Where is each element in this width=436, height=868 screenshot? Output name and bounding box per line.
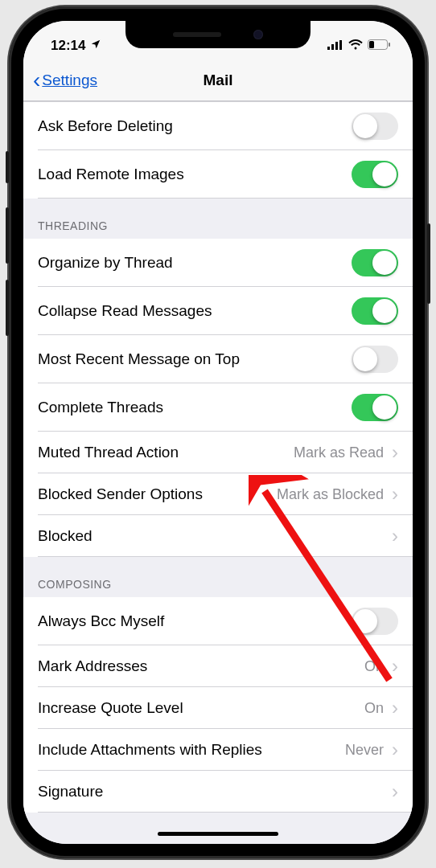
chevron-right-icon: ›	[392, 485, 398, 504]
nav-bar: ‹ Settings Mail	[23, 59, 413, 101]
cellular-icon	[327, 38, 343, 54]
row-label: Blocked	[38, 527, 389, 545]
toggle-always-bcc-myself[interactable]	[352, 608, 398, 635]
row-blocked[interactable]: Blocked›	[23, 515, 413, 557]
row-increase-quote-level[interactable]: Increase Quote LevelOn›	[23, 687, 413, 729]
svg-rect-5	[369, 41, 374, 48]
row-label: Signature	[38, 783, 389, 800]
chevron-right-icon: ›	[392, 782, 398, 801]
toggle-complete-threads[interactable]	[352, 394, 398, 421]
row-label: Increase Quote Level	[38, 699, 364, 717]
row-load-remote-images[interactable]: Load Remote Images	[23, 150, 413, 199]
chevron-right-icon: ›	[392, 526, 398, 546]
row-always-bcc-myself[interactable]: Always Bcc Myself	[23, 597, 413, 645]
chevron-left-icon: ‹	[33, 69, 40, 92]
row-label: Most Recent Message on Top	[38, 350, 352, 368]
home-indicator[interactable]	[158, 832, 278, 836]
toggle-most-recent-on-top[interactable]	[352, 346, 398, 373]
chevron-right-icon: ›	[392, 657, 398, 676]
volume-down-button	[6, 280, 9, 336]
group-header: COMPOSING	[23, 557, 413, 597]
row-label: Include Attachments with Replies	[38, 741, 345, 759]
row-blocked-sender-options[interactable]: Blocked Sender OptionsMark as Blocked›	[23, 473, 413, 515]
settings-content[interactable]: Ask Before DeletingLoad Remote ImagesTHR…	[23, 101, 413, 844]
row-muted-thread-action[interactable]: Muted Thread ActionMark as Read›	[23, 432, 413, 473]
row-include-attachments[interactable]: Include Attachments with RepliesNever›	[23, 729, 413, 771]
row-label: Muted Thread Action	[38, 444, 294, 461]
row-label: Complete Threads	[38, 399, 352, 416]
battery-icon	[368, 38, 390, 54]
row-detail: Mark as Read	[294, 444, 384, 461]
back-button[interactable]: ‹ Settings	[33, 69, 97, 92]
location-icon	[90, 38, 101, 54]
svg-rect-6	[389, 43, 390, 47]
notch	[125, 21, 311, 48]
svg-rect-0	[327, 47, 330, 50]
toggle-organize-by-thread[interactable]	[352, 249, 398, 276]
toggle-load-remote-images[interactable]	[352, 161, 398, 188]
svg-rect-2	[335, 42, 338, 50]
screen: 12:14 ‹ Settings	[23, 21, 413, 844]
row-label: Blocked Sender Options	[38, 485, 277, 503]
toggle-collapse-read-messages[interactable]	[352, 297, 398, 325]
phone-frame: 12:14 ‹ Settings	[9, 6, 427, 858]
volume-up-button	[6, 207, 9, 264]
mute-switch	[6, 151, 9, 183]
power-button	[427, 223, 430, 304]
status-time: 12:14	[51, 38, 85, 54]
row-complete-threads[interactable]: Complete Threads	[23, 383, 413, 432]
row-label: Load Remote Images	[38, 166, 352, 183]
row-mark-addresses[interactable]: Mark AddressesOn›	[23, 645, 413, 687]
row-detail: On	[364, 658, 384, 675]
row-signature[interactable]: Signature›	[23, 771, 413, 813]
chevron-right-icon: ›	[392, 740, 398, 760]
back-label: Settings	[42, 72, 97, 89]
row-most-recent-on-top[interactable]: Most Recent Message on Top	[23, 335, 413, 383]
svg-rect-3	[339, 40, 342, 50]
row-organize-by-thread[interactable]: Organize by Thread	[23, 239, 413, 287]
wifi-icon	[348, 38, 363, 54]
row-label: Always Bcc Myself	[38, 612, 352, 630]
group-header: THREADING	[23, 199, 413, 239]
row-ask-before-deleting[interactable]: Ask Before Deleting	[23, 101, 413, 150]
row-collapse-read-messages[interactable]: Collapse Read Messages	[23, 287, 413, 335]
row-label: Collapse Read Messages	[38, 302, 352, 320]
chevron-right-icon: ›	[392, 698, 398, 718]
toggle-ask-before-deleting[interactable]	[352, 113, 398, 140]
row-detail: Mark as Blocked	[277, 486, 384, 503]
row-label: Organize by Thread	[38, 254, 352, 272]
row-label: Ask Before Deleting	[38, 117, 352, 135]
row-detail: Never	[345, 742, 384, 759]
row-detail: On	[364, 700, 384, 717]
svg-rect-1	[331, 44, 334, 50]
row-label: Mark Addresses	[38, 657, 364, 675]
chevron-right-icon: ›	[392, 443, 398, 462]
